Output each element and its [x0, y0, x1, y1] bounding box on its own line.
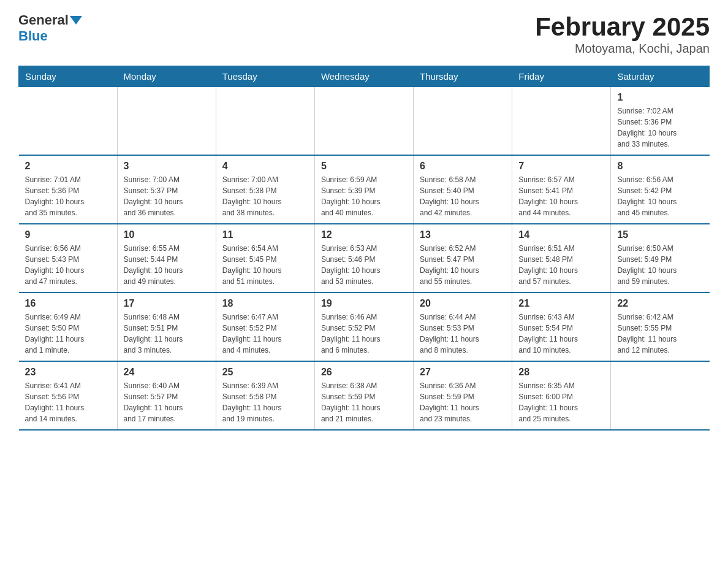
day-number: 4 — [222, 161, 308, 172]
logo-triangle-icon — [70, 16, 82, 25]
day-info: Sunrise: 6:55 AM Sunset: 5:44 PM Dayligh… — [124, 243, 210, 287]
weekday-header-tuesday: Tuesday — [216, 66, 314, 87]
day-number: 16 — [25, 298, 111, 309]
calendar-cell — [512, 87, 611, 156]
day-info: Sunrise: 6:56 AM Sunset: 5:42 PM Dayligh… — [617, 174, 703, 218]
calendar-cell — [314, 87, 413, 156]
day-number: 13 — [420, 229, 506, 240]
calendar-cell: 24Sunrise: 6:40 AM Sunset: 5:57 PM Dayli… — [117, 361, 216, 430]
day-info: Sunrise: 6:38 AM Sunset: 5:59 PM Dayligh… — [321, 380, 407, 424]
calendar-week-row: 1Sunrise: 7:02 AM Sunset: 5:36 PM Daylig… — [19, 87, 710, 156]
day-number: 26 — [321, 367, 407, 378]
calendar-cell: 10Sunrise: 6:55 AM Sunset: 5:44 PM Dayli… — [117, 224, 216, 293]
calendar-cell: 19Sunrise: 6:46 AM Sunset: 5:52 PM Dayli… — [314, 293, 413, 361]
calendar-cell: 27Sunrise: 6:36 AM Sunset: 5:59 PM Dayli… — [414, 361, 512, 430]
day-info: Sunrise: 7:00 AM Sunset: 5:37 PM Dayligh… — [124, 174, 210, 218]
day-number: 25 — [222, 367, 308, 378]
day-number: 14 — [518, 229, 604, 240]
day-info: Sunrise: 7:02 AM Sunset: 5:36 PM Dayligh… — [617, 105, 703, 150]
day-info: Sunrise: 6:59 AM Sunset: 5:39 PM Dayligh… — [321, 174, 407, 218]
day-number: 19 — [321, 298, 407, 309]
day-info: Sunrise: 6:52 AM Sunset: 5:47 PM Dayligh… — [420, 243, 506, 287]
day-number: 3 — [124, 161, 210, 172]
calendar-body: 1Sunrise: 7:02 AM Sunset: 5:36 PM Daylig… — [19, 87, 710, 431]
calendar-week-row: 16Sunrise: 6:49 AM Sunset: 5:50 PM Dayli… — [19, 293, 710, 361]
page-header: General Blue February 2025 Motoyama, Koc… — [18, 12, 710, 56]
calendar-cell — [216, 87, 314, 156]
calendar-cell: 8Sunrise: 6:56 AM Sunset: 5:42 PM Daylig… — [611, 155, 710, 224]
day-number: 11 — [222, 229, 308, 240]
weekday-header-friday: Friday — [512, 66, 611, 87]
day-number: 17 — [124, 298, 210, 309]
day-info: Sunrise: 7:00 AM Sunset: 5:38 PM Dayligh… — [222, 174, 308, 218]
day-info: Sunrise: 6:51 AM Sunset: 5:48 PM Dayligh… — [518, 243, 604, 287]
day-info: Sunrise: 6:42 AM Sunset: 5:55 PM Dayligh… — [617, 312, 703, 356]
calendar-title: February 2025 — [535, 12, 710, 42]
calendar-cell: 14Sunrise: 6:51 AM Sunset: 5:48 PM Dayli… — [512, 224, 611, 293]
calendar-cell: 3Sunrise: 7:00 AM Sunset: 5:37 PM Daylig… — [117, 155, 216, 224]
calendar-table: SundayMondayTuesdayWednesdayThursdayFrid… — [18, 66, 710, 431]
day-number: 27 — [420, 367, 506, 378]
day-info: Sunrise: 6:48 AM Sunset: 5:51 PM Dayligh… — [124, 312, 210, 356]
day-info: Sunrise: 6:39 AM Sunset: 5:58 PM Dayligh… — [222, 380, 308, 424]
day-info: Sunrise: 6:57 AM Sunset: 5:41 PM Dayligh… — [518, 174, 604, 218]
weekday-header-row: SundayMondayTuesdayWednesdayThursdayFrid… — [19, 66, 710, 87]
calendar-week-row: 9Sunrise: 6:56 AM Sunset: 5:43 PM Daylig… — [19, 224, 710, 293]
day-info: Sunrise: 6:44 AM Sunset: 5:53 PM Dayligh… — [420, 312, 506, 356]
calendar-cell: 6Sunrise: 6:58 AM Sunset: 5:40 PM Daylig… — [414, 155, 512, 224]
day-info: Sunrise: 6:43 AM Sunset: 5:54 PM Dayligh… — [518, 312, 604, 356]
calendar-cell: 13Sunrise: 6:52 AM Sunset: 5:47 PM Dayli… — [414, 224, 512, 293]
calendar-cell: 17Sunrise: 6:48 AM Sunset: 5:51 PM Dayli… — [117, 293, 216, 361]
day-info: Sunrise: 6:47 AM Sunset: 5:52 PM Dayligh… — [222, 312, 308, 356]
calendar-cell — [117, 87, 216, 156]
calendar-cell — [19, 87, 118, 156]
day-info: Sunrise: 6:35 AM Sunset: 6:00 PM Dayligh… — [518, 380, 604, 424]
calendar-cell: 28Sunrise: 6:35 AM Sunset: 6:00 PM Dayli… — [512, 361, 611, 430]
day-number: 2 — [25, 161, 111, 172]
day-info: Sunrise: 6:36 AM Sunset: 5:59 PM Dayligh… — [420, 380, 506, 424]
calendar-cell: 11Sunrise: 6:54 AM Sunset: 5:45 PM Dayli… — [216, 224, 314, 293]
logo-blue-text: Blue — [18, 28, 48, 44]
day-number: 24 — [124, 367, 210, 378]
day-number: 9 — [25, 229, 111, 240]
calendar-week-row: 2Sunrise: 7:01 AM Sunset: 5:36 PM Daylig… — [19, 155, 710, 224]
day-number: 21 — [518, 298, 604, 309]
day-number: 12 — [321, 229, 407, 240]
day-number: 8 — [617, 161, 703, 172]
calendar-location: Motoyama, Kochi, Japan — [535, 42, 710, 56]
calendar-cell: 23Sunrise: 6:41 AM Sunset: 5:56 PM Dayli… — [19, 361, 118, 430]
title-block: February 2025 Motoyama, Kochi, Japan — [535, 12, 710, 56]
calendar-cell: 1Sunrise: 7:02 AM Sunset: 5:36 PM Daylig… — [611, 87, 710, 156]
day-number: 6 — [420, 161, 506, 172]
calendar-cell — [414, 87, 512, 156]
logo-text: General — [18, 12, 83, 28]
day-info: Sunrise: 7:01 AM Sunset: 5:36 PM Dayligh… — [25, 174, 111, 218]
day-number: 15 — [617, 229, 703, 240]
calendar-cell: 16Sunrise: 6:49 AM Sunset: 5:50 PM Dayli… — [19, 293, 118, 361]
logo-general-text: General — [18, 12, 69, 28]
day-number: 22 — [617, 298, 703, 309]
day-number: 28 — [518, 367, 604, 378]
day-number: 10 — [124, 229, 210, 240]
day-info: Sunrise: 6:41 AM Sunset: 5:56 PM Dayligh… — [25, 380, 111, 424]
weekday-header-monday: Monday — [117, 66, 216, 87]
day-info: Sunrise: 6:54 AM Sunset: 5:45 PM Dayligh… — [222, 243, 308, 287]
day-number: 5 — [321, 161, 407, 172]
day-info: Sunrise: 6:53 AM Sunset: 5:46 PM Dayligh… — [321, 243, 407, 287]
day-number: 7 — [518, 161, 604, 172]
calendar-cell: 2Sunrise: 7:01 AM Sunset: 5:36 PM Daylig… — [19, 155, 118, 224]
calendar-cell: 21Sunrise: 6:43 AM Sunset: 5:54 PM Dayli… — [512, 293, 611, 361]
calendar-cell: 12Sunrise: 6:53 AM Sunset: 5:46 PM Dayli… — [314, 224, 413, 293]
day-number: 23 — [25, 367, 111, 378]
day-info: Sunrise: 6:56 AM Sunset: 5:43 PM Dayligh… — [25, 243, 111, 287]
calendar-cell: 20Sunrise: 6:44 AM Sunset: 5:53 PM Dayli… — [414, 293, 512, 361]
weekday-header-saturday: Saturday — [611, 66, 710, 87]
calendar-cell: 26Sunrise: 6:38 AM Sunset: 5:59 PM Dayli… — [314, 361, 413, 430]
calendar-header: SundayMondayTuesdayWednesdayThursdayFrid… — [19, 66, 710, 87]
day-info: Sunrise: 6:58 AM Sunset: 5:40 PM Dayligh… — [420, 174, 506, 218]
day-info: Sunrise: 6:46 AM Sunset: 5:52 PM Dayligh… — [321, 312, 407, 356]
weekday-header-sunday: Sunday — [19, 66, 118, 87]
weekday-header-thursday: Thursday — [414, 66, 512, 87]
day-number: 18 — [222, 298, 308, 309]
day-number: 1 — [617, 92, 703, 103]
